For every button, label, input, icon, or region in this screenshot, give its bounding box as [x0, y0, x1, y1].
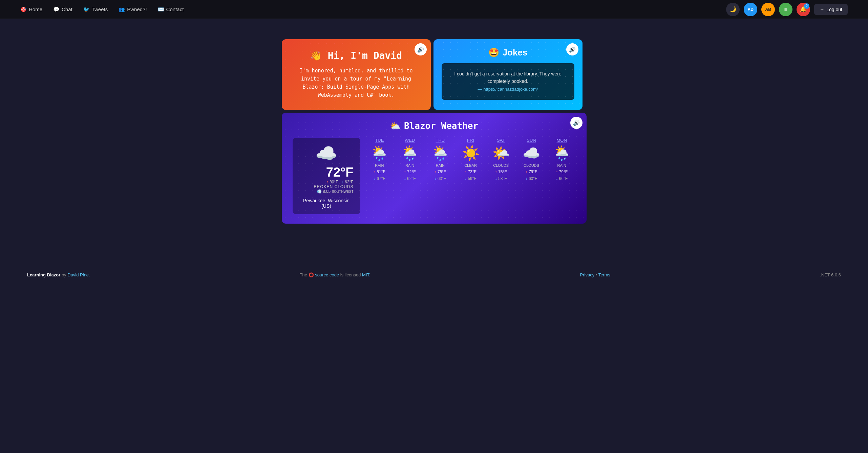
- logout-icon: →: [820, 7, 824, 12]
- forecast-day-name[interactable]: SUN: [527, 138, 536, 143]
- footer-author-link[interactable]: David Pine.: [67, 272, 90, 277]
- list-icon: ≡: [784, 6, 787, 13]
- footer-mit-link[interactable]: MIT.: [362, 272, 371, 277]
- nav-tweets[interactable]: 🐦 Tweets: [83, 6, 108, 13]
- hi-title: 👋 Hi, I'm David: [310, 50, 402, 61]
- main-content: 🔊 👋 Hi, I'm David I'm honored, humbled, …: [0, 19, 868, 237]
- forecast-low: ↓ 58°F: [495, 176, 507, 181]
- forecast-low: ↓ 60°F: [526, 176, 537, 181]
- jokes-emoji: 🤩: [488, 47, 499, 58]
- forecast-day-name[interactable]: TUE: [375, 138, 384, 143]
- weather-emoji: ⛅: [390, 121, 401, 131]
- weather-section: 🔊 ⛅ Blazor Weather ☁️ 72°F ↑ 80°F ↓ 62°F: [282, 113, 587, 224]
- ad-button[interactable]: AD: [744, 3, 757, 16]
- forecast-day: FRI ☀️ CLEAR ↑ 73°F ↓ 59°F: [457, 138, 485, 214]
- nav-right: 🌙 AD AB ≡ 🔔 2 → Log out: [726, 3, 848, 16]
- forecast-day-name[interactable]: WED: [405, 138, 415, 143]
- forecast-weather-icon: 🌦️: [401, 145, 419, 161]
- forecast-day-name[interactable]: THU: [436, 138, 445, 143]
- forecast-high: ↑ 72°F: [404, 169, 416, 174]
- pwned-icon: 👥: [119, 6, 125, 13]
- forecast-day-name[interactable]: MON: [557, 138, 567, 143]
- forecast-day: THU 🌦️ RAIN ↑ 75°F ↓ 63°F: [426, 138, 454, 214]
- forecast: TUE 🌦️ RAIN ↑ 81°F ↓ 67°F WED 🌦️ RAIN ↑ …: [366, 138, 576, 214]
- current-high: 80°F: [330, 180, 338, 184]
- current-location: Pewaukee, Wisconsin (US): [299, 198, 354, 209]
- footer-license-section: The ⭕ source code is licensed MIT.: [300, 272, 371, 277]
- footer: Learning Blazor by David Pine. The ⭕ sou…: [0, 264, 868, 286]
- section-wrapper: 🔊 👋 Hi, I'm David I'm honored, humbled, …: [7, 39, 861, 224]
- current-weather-icon: ☁️: [315, 143, 337, 164]
- jokes-card: 🔊 🤩 Jokes I couldn't get a reservation a…: [433, 39, 583, 110]
- hi-body: I'm honored, humbled, and thrilled to in…: [292, 67, 421, 99]
- forecast-low: ↓ 66°F: [556, 176, 568, 181]
- nav-pwned[interactable]: 👥 Pwned?!: [119, 6, 147, 13]
- forecast-day: MON 🌦️ RAIN ↑ 79°F ↓ 66°F: [548, 138, 576, 214]
- forecast-low: ↓ 63°F: [434, 176, 446, 181]
- forecast-day: SUN ☁️ CLOUDS ↑ 79°F ↓ 60°F: [517, 138, 545, 214]
- forecast-day: WED 🌦️ RAIN ↑ 72°F ↓ 62°F: [396, 138, 424, 214]
- footer-version: .NET 6.0.6: [820, 272, 841, 277]
- joke-text: I couldn't get a reservation at the libr…: [450, 70, 566, 85]
- jokes-sound-button[interactable]: 🔊: [566, 43, 578, 55]
- arrow-up-icon: ↑: [326, 180, 329, 184]
- hi-sound-button[interactable]: 🔊: [415, 43, 427, 55]
- list-button[interactable]: ≡: [779, 3, 792, 16]
- weather-sound-button[interactable]: 🔊: [570, 117, 583, 129]
- tweets-icon: 🐦: [83, 6, 90, 13]
- contact-icon: ✉️: [158, 6, 164, 13]
- nav-chat[interactable]: 💬 Chat: [53, 6, 72, 13]
- current-weather: ☁️ 72°F ↑ 80°F ↓ 62°F BROKEN CLOUDS 💨 8.…: [293, 138, 360, 214]
- forecast-low: ↓ 67°F: [374, 176, 385, 181]
- forecast-weather-icon: 🌤️: [492, 145, 510, 161]
- moon-icon: 🌙: [729, 6, 736, 13]
- footer-brand-section: Learning Blazor by David Pine.: [27, 272, 90, 277]
- forecast-day-name[interactable]: FRI: [467, 138, 474, 143]
- ab-button[interactable]: AB: [761, 3, 775, 16]
- cards-row: 🔊 👋 Hi, I'm David I'm honored, humbled, …: [282, 39, 587, 110]
- bell-button[interactable]: 🔔 2: [797, 3, 810, 16]
- forecast-condition: CLEAR: [464, 163, 477, 167]
- forecast-weather-icon: 🌦️: [553, 145, 571, 161]
- footer-brand: Learning Blazor: [27, 272, 60, 277]
- jokes-content: I couldn't get a reservation at the libr…: [442, 63, 574, 100]
- forecast-high: ↑ 73°F: [465, 169, 477, 174]
- forecast-high: ↑ 75°F: [495, 169, 507, 174]
- forecast-weather-icon: 🌦️: [371, 145, 388, 161]
- forecast-condition: CLOUDS: [493, 163, 509, 167]
- forecast-condition: RAIN: [436, 163, 445, 167]
- nav-home[interactable]: 🎯 Home: [20, 6, 42, 13]
- current-condition: BROKEN CLOUDS: [314, 184, 353, 189]
- navbar: 🎯 Home 💬 Chat 🐦 Tweets 👥 Pwned?! ✉️ Cont…: [0, 0, 868, 19]
- forecast-weather-icon: ☀️: [462, 145, 480, 161]
- footer-source-link[interactable]: source code: [315, 272, 339, 277]
- arrow-down-icon: ↓: [342, 180, 344, 184]
- joke-source-link[interactable]: — https://icanhazdadjoke.com/: [478, 87, 538, 92]
- footer-terms-link[interactable]: Terms: [598, 272, 610, 277]
- nav-links: 🎯 Home 💬 Chat 🐦 Tweets 👥 Pwned?! ✉️ Cont…: [20, 6, 184, 13]
- current-low: 62°F: [345, 180, 353, 184]
- footer-legal-section: Privacy • Terms: [580, 272, 611, 277]
- current-wind: 💨 8.05 SOUTHWEST: [317, 189, 354, 194]
- weather-title: ⛅ Blazor Weather: [293, 121, 576, 131]
- forecast-low: ↓ 59°F: [465, 176, 477, 181]
- forecast-high: ↑ 81°F: [374, 169, 385, 174]
- forecast-condition: RAIN: [405, 163, 414, 167]
- footer-privacy-link[interactable]: Privacy: [580, 272, 595, 277]
- forecast-condition: RAIN: [375, 163, 384, 167]
- current-temp: 72°F: [326, 165, 354, 180]
- logout-button[interactable]: → Log out: [814, 4, 848, 15]
- forecast-day-name[interactable]: SAT: [497, 138, 505, 143]
- forecast-weather-icon: ☁️: [523, 145, 540, 161]
- home-icon: 🎯: [20, 6, 27, 13]
- joke-source: — https://icanhazdadjoke.com/: [450, 85, 566, 93]
- weather-body: ☁️ 72°F ↑ 80°F ↓ 62°F BROKEN CLOUDS 💨 8.…: [293, 138, 576, 214]
- wave-icon: 👋: [310, 50, 322, 61]
- forecast-day: SAT 🌤️ CLOUDS ↑ 75°F ↓ 58°F: [487, 138, 515, 214]
- chat-icon: 💬: [53, 6, 60, 13]
- bell-badge: 2: [804, 3, 809, 9]
- nav-contact[interactable]: ✉️ Contact: [158, 6, 184, 13]
- hi-card: 🔊 👋 Hi, I'm David I'm honored, humbled, …: [282, 39, 431, 110]
- dark-mode-button[interactable]: 🌙: [726, 3, 740, 16]
- forecast-high: ↑ 79°F: [526, 169, 537, 174]
